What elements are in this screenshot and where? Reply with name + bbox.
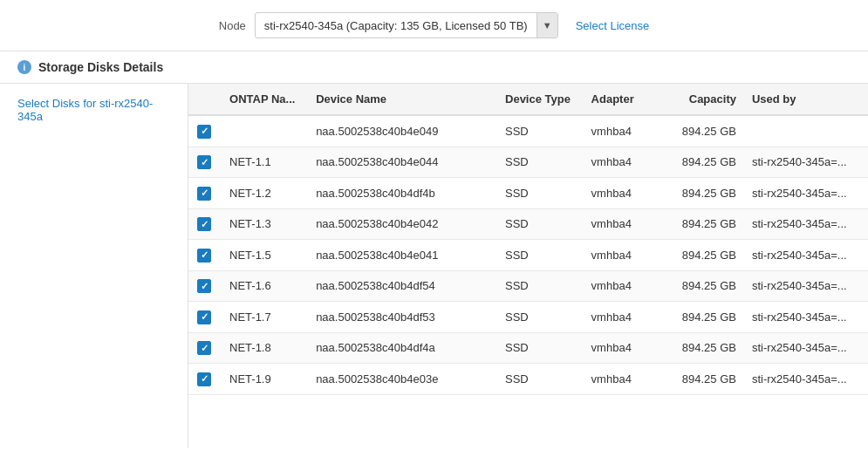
row-device-name: naa.5002538c40b4e03e xyxy=(309,364,498,395)
select-license-link[interactable]: Select License xyxy=(576,19,650,32)
row-ontap-name: NET-1.3 xyxy=(222,208,309,240)
row-adapter: vmhba4 xyxy=(584,240,660,271)
row-adapter: vmhba4 xyxy=(584,332,660,364)
select-disks-label: Select Disks for sti-rx2540-345a xyxy=(17,97,170,123)
table-row: NET-1.5naa.5002538c40b4e041SSDvmhba4894.… xyxy=(188,240,868,271)
row-device-type: SSD xyxy=(498,364,584,395)
row-checkbox[interactable] xyxy=(197,217,211,231)
row-checkbox[interactable] xyxy=(197,372,211,386)
row-checkbox-cell xyxy=(188,332,222,364)
row-used-by: sti-rx2540-345a=... xyxy=(745,147,868,178)
row-checkbox[interactable] xyxy=(197,341,211,355)
row-ontap-name: NET-1.9 xyxy=(222,364,309,395)
col-header-usedby: Used by xyxy=(745,84,868,115)
table-header-row: ONTAP Na... Device Name Device Type Adap… xyxy=(188,84,868,115)
row-device-type: SSD xyxy=(498,270,584,302)
section-header: i Storage Disks Details xyxy=(0,51,868,84)
node-select[interactable]: sti-rx2540-345a (Capacity: 135 GB, Licen… xyxy=(255,12,558,38)
row-used-by: sti-rx2540-345a=... xyxy=(745,208,868,240)
row-device-name: naa.5002538c40b4df53 xyxy=(309,302,498,333)
row-ontap-name: NET-1.6 xyxy=(222,270,309,302)
row-ontap-name: NET-1.7 xyxy=(222,302,309,333)
table-row: naa.5002538c40b4e049SSDvmhba4894.25 GB xyxy=(188,115,868,147)
row-device-name: naa.5002538c40b4df4a xyxy=(309,332,498,364)
col-header-device: Device Name xyxy=(309,84,498,115)
node-select-arrow-icon[interactable]: ▼ xyxy=(537,13,557,38)
row-checkbox[interactable] xyxy=(197,155,211,169)
row-ontap-name: NET-1.8 xyxy=(222,332,309,364)
row-checkbox-cell xyxy=(188,364,222,395)
row-checkbox[interactable] xyxy=(197,279,211,293)
row-used-by: sti-rx2540-345a=... xyxy=(745,178,868,209)
row-ontap-name: NET-1.1 xyxy=(222,147,309,178)
section-title: Storage Disks Details xyxy=(38,60,163,74)
row-device-type: SSD xyxy=(498,240,584,271)
row-adapter: vmhba4 xyxy=(584,147,660,178)
table-row: NET-1.7naa.5002538c40b4df53SSDvmhba4894.… xyxy=(188,302,868,333)
table-row: NET-1.1naa.5002538c40b4e044SSDvmhba4894.… xyxy=(188,147,868,178)
row-capacity: 894.25 GB xyxy=(660,270,745,302)
row-used-by xyxy=(745,115,868,147)
row-used-by: sti-rx2540-345a=... xyxy=(745,364,868,395)
row-used-by: sti-rx2540-345a=... xyxy=(745,240,868,271)
row-checkbox-cell xyxy=(188,115,222,147)
row-checkbox[interactable] xyxy=(197,310,211,324)
table-container[interactable]: ONTAP Na... Device Name Device Type Adap… xyxy=(188,84,868,448)
row-checkbox-cell xyxy=(188,240,222,271)
row-checkbox[interactable] xyxy=(197,187,211,201)
row-ontap-name: NET-1.5 xyxy=(222,240,309,271)
top-bar: Node sti-rx2540-345a (Capacity: 135 GB, … xyxy=(0,0,868,51)
row-adapter: vmhba4 xyxy=(584,270,660,302)
node-label: Node xyxy=(219,19,246,32)
row-device-type: SSD xyxy=(498,302,584,333)
row-device-name: naa.5002538c40b4e042 xyxy=(309,208,498,240)
row-checkbox-cell xyxy=(188,178,222,209)
row-adapter: vmhba4 xyxy=(584,364,660,395)
row-capacity: 894.25 GB xyxy=(660,115,745,147)
col-header-capacity: Capacity xyxy=(660,84,745,115)
select-disks-prefix: Select Disks for xyxy=(17,97,99,110)
col-header-ontap: ONTAP Na... xyxy=(222,84,309,115)
row-adapter: vmhba4 xyxy=(584,178,660,209)
row-adapter: vmhba4 xyxy=(584,115,660,147)
node-select-value: sti-rx2540-345a (Capacity: 135 GB, Licen… xyxy=(256,19,537,32)
row-used-by: sti-rx2540-345a=... xyxy=(745,270,868,302)
row-ontap-name: NET-1.2 xyxy=(222,178,309,209)
row-capacity: 894.25 GB xyxy=(660,208,745,240)
row-capacity: 894.25 GB xyxy=(660,332,745,364)
row-checkbox-cell xyxy=(188,302,222,333)
left-panel: Select Disks for sti-rx2540-345a xyxy=(0,84,188,448)
row-device-type: SSD xyxy=(498,208,584,240)
row-adapter: vmhba4 xyxy=(584,208,660,240)
row-device-type: SSD xyxy=(498,178,584,209)
row-checkbox[interactable] xyxy=(197,125,211,139)
row-ontap-name xyxy=(222,115,309,147)
table-row: NET-1.8naa.5002538c40b4df4aSSDvmhba4894.… xyxy=(188,332,868,364)
row-adapter: vmhba4 xyxy=(584,302,660,333)
row-capacity: 894.25 GB xyxy=(660,302,745,333)
row-device-name: naa.5002538c40b4df54 xyxy=(309,270,498,302)
row-used-by: sti-rx2540-345a=... xyxy=(745,332,868,364)
row-checkbox-cell xyxy=(188,147,222,178)
col-header-adapter: Adapter xyxy=(584,84,660,115)
row-device-type: SSD xyxy=(498,332,584,364)
disks-table: ONTAP Na... Device Name Device Type Adap… xyxy=(188,84,868,395)
table-row: NET-1.6naa.5002538c40b4df54SSDvmhba4894.… xyxy=(188,270,868,302)
main-content: Select Disks for sti-rx2540-345a ONTAP N… xyxy=(0,84,868,448)
row-device-name: naa.5002538c40b4e044 xyxy=(309,147,498,178)
table-row: NET-1.3naa.5002538c40b4e042SSDvmhba4894.… xyxy=(188,208,868,240)
row-checkbox-cell xyxy=(188,270,222,302)
row-capacity: 894.25 GB xyxy=(660,240,745,271)
table-row: NET-1.2naa.5002538c40b4df4bSSDvmhba4894.… xyxy=(188,178,868,209)
row-device-name: naa.5002538c40b4df4b xyxy=(309,178,498,209)
row-used-by: sti-rx2540-345a=... xyxy=(745,302,868,333)
row-capacity: 894.25 GB xyxy=(660,147,745,178)
row-device-name: naa.5002538c40b4e049 xyxy=(309,115,498,147)
row-checkbox[interactable] xyxy=(197,249,211,263)
table-wrapper: ONTAP Na... Device Name Device Type Adap… xyxy=(188,84,868,448)
row-device-name: naa.5002538c40b4e041 xyxy=(309,240,498,271)
col-header-check xyxy=(188,84,222,115)
table-row: NET-1.9naa.5002538c40b4e03eSSDvmhba4894.… xyxy=(188,364,868,395)
row-capacity: 894.25 GB xyxy=(660,364,745,395)
row-device-type: SSD xyxy=(498,115,584,147)
